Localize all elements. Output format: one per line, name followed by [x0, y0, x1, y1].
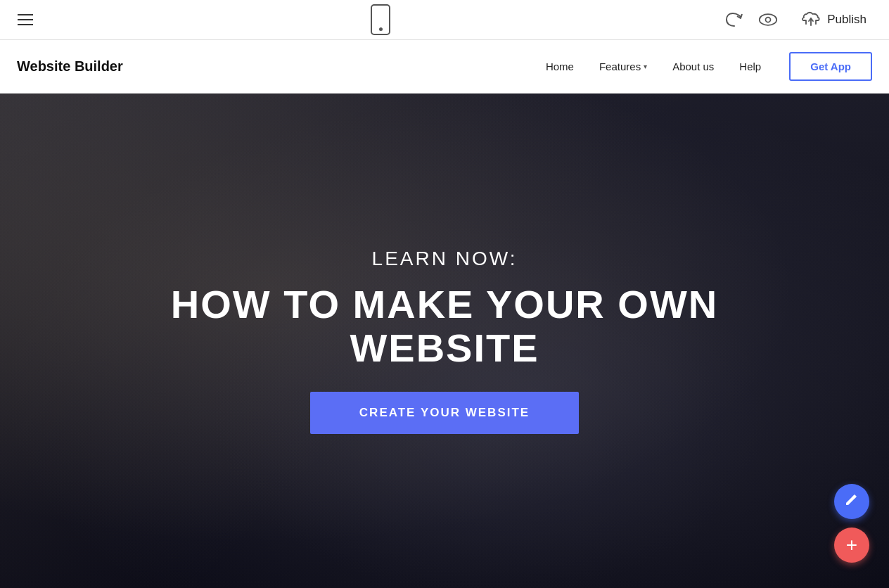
nav-home[interactable]: Home	[546, 60, 574, 72]
site-title: Website Builder	[17, 58, 123, 75]
hero-subtitle: LEARN NOW:	[372, 248, 518, 270]
toolbar: Publish	[0, 0, 889, 40]
toolbar-left	[14, 11, 37, 29]
cloud-upload-icon	[800, 11, 821, 28]
mobile-icon-dot	[379, 27, 383, 31]
mobile-preview-icon[interactable]	[371, 4, 390, 35]
chevron-down-icon: ▾	[644, 63, 647, 70]
eye-icon[interactable]	[758, 10, 778, 30]
hamburger-icon[interactable]	[14, 11, 37, 29]
nav-features[interactable]: Features ▾	[599, 60, 647, 72]
publish-label: Publish	[827, 13, 866, 27]
get-app-button[interactable]: Get App	[789, 52, 872, 81]
hero-content: LEARN NOW: HOW TO MAKE YOUR OWN WEBSITE …	[128, 248, 761, 434]
hero-title: HOW TO MAKE YOUR OWN WEBSITE	[128, 283, 761, 369]
edit-fab-button[interactable]	[834, 484, 869, 519]
hero-cta-button[interactable]: CREATE YOUR WEBSITE	[310, 392, 579, 434]
navbar: Website Builder Home Features ▾ About us…	[0, 40, 889, 94]
toolbar-center	[371, 4, 390, 35]
toolbar-right: Publish	[724, 6, 875, 34]
nav-about[interactable]: About us	[672, 60, 714, 72]
hero-section: LEARN NOW: HOW TO MAKE YOUR OWN WEBSITE …	[0, 94, 889, 588]
plus-icon: +	[846, 534, 857, 556]
svg-point-0	[760, 14, 777, 25]
nav-help[interactable]: Help	[739, 60, 761, 72]
publish-button[interactable]: Publish	[792, 6, 875, 34]
svg-point-1	[766, 18, 771, 23]
fab-container: +	[834, 484, 869, 563]
edit-icon	[844, 492, 859, 511]
undo-icon[interactable]	[724, 10, 744, 30]
nav-links: Home Features ▾ About us Help	[546, 60, 761, 72]
add-fab-button[interactable]: +	[834, 528, 869, 563]
